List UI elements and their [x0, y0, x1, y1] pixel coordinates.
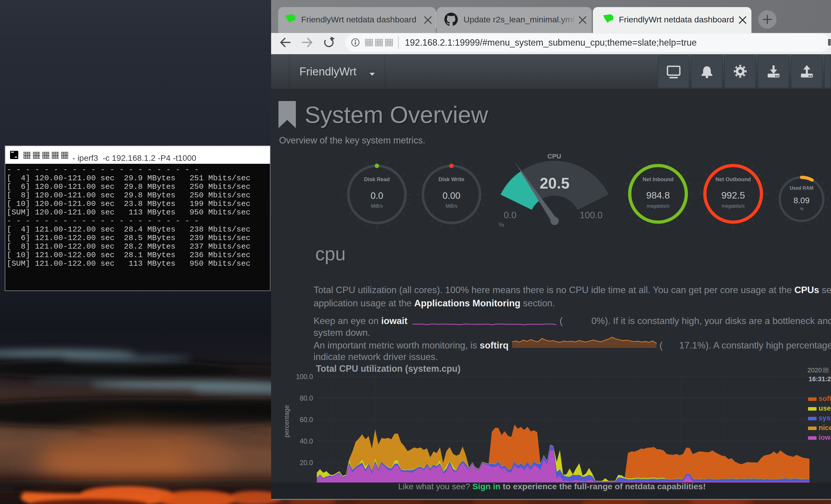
svg-text:100.0: 100.0 [580, 210, 603, 220]
svg-text:CPUs: CPUs [795, 285, 819, 295]
svg-text:[ 4] 121.00-122.00 sec 28.4: [ 4] 121.00-122.00 sec 28.4 MBytes 238 M… [7, 225, 251, 234]
svg-text:8.09: 8.09 [794, 196, 810, 205]
svg-text:Net Outbound: Net Outbound [715, 176, 751, 182]
svg-text:Applications Monitoring: Applications Monitoring [414, 298, 520, 308]
svg-text:FriendlyWrt netdata dashboard: FriendlyWrt netdata dashboard [619, 15, 734, 24]
svg-text:0.0: 0.0 [504, 210, 516, 220]
svg-text:iowait: iowait [819, 433, 831, 441]
svg-text:[ 6] 120.00-121.00 sec 29.8: [ 6] 120.00-121.00 sec 29.8 MBytes 250 M… [7, 182, 251, 191]
svg-text:application usage at the: application usage at the [314, 298, 414, 308]
svg-text:cpu: cpu [315, 243, 346, 265]
svg-text:20.0: 20.0 [300, 459, 313, 467]
svg-text:[ 4] 120.00-121.00 sec 29.9: [ 4] 120.00-121.00 sec 29.9 MBytes 251 M… [7, 174, 251, 183]
svg-text:System Overview: System Overview [305, 101, 488, 128]
svg-text:0.0: 0.0 [370, 190, 383, 201]
svg-text:softirq: softirq [819, 394, 831, 403]
svg-text:992.5: 992.5 [721, 190, 745, 201]
svg-text:984.8: 984.8 [646, 190, 670, 201]
svg-text:megabits/s: megabits/s [722, 204, 744, 209]
svg-text:system down.: system down. [314, 327, 370, 338]
svg-text:192.168.2.1:19999/#menu_system: 192.168.2.1:19999/#menu_system_submenu_c… [405, 37, 697, 48]
svg-text:[SUM] 121.00-122.00 sec 113: [SUM] 121.00-122.00 sec 113 MBytes 950 M… [7, 259, 251, 268]
svg-text:user: user [819, 404, 831, 412]
svg-text:section and per: section and per [819, 285, 831, 295]
svg-text:20.5: 20.5 [540, 175, 569, 192]
svg-text:softirq: softirq [480, 340, 509, 351]
svg-text:Disk Write: Disk Write [438, 176, 464, 182]
svg-text:Disk Read: Disk Read [364, 176, 390, 182]
svg-text:MiB/s: MiB/s [371, 204, 383, 209]
svg-text:Total CPU utilization (system.: Total CPU utilization (system.cpu) [316, 363, 461, 374]
svg-text:iowait: iowait [381, 316, 407, 326]
svg-text:17.1%). A constantly high perc: 17.1%). A constantly high percentage can [679, 340, 831, 351]
svg-text:Total CPU utilization (all cor: Total CPU utilization (all cores). 100% … [314, 285, 795, 295]
svg-text:Overview of the key system met: Overview of the key system metrics. [279, 135, 425, 146]
svg-text:percentage: percentage [283, 405, 290, 438]
svg-text:[ 10] 120.00-121.00 sec 23.8: [ 10] 120.00-121.00 sec 23.8 MBytes 199 … [7, 200, 251, 208]
svg-text:0.00: 0.00 [442, 190, 460, 201]
svg-text:60.0: 60.0 [300, 416, 313, 423]
svg-text:[ 6] 121.00-122.00 sec 28.5: [ 6] 121.00-122.00 sec 28.5 MBytes 239 M… [7, 234, 251, 242]
svg-text:2020: 2020 [807, 366, 822, 374]
svg-text:- iperf3 -c 192.168.1.2 -P4 -: - iperf3 -c 192.168.1.2 -P4 -t1000 [70, 153, 196, 162]
svg-text:FriendlyWrt netdata dashboard: FriendlyWrt netdata dashboard [301, 15, 417, 24]
svg-text:section.: section. [520, 298, 555, 308]
svg-text:[ 8] 121.00-122.00 sec 28.2: [ 8] 121.00-122.00 sec 28.2 MBytes 237 M… [7, 242, 251, 251]
svg-text:[ 10] 121.00-122.00 sec 28.1: [ 10] 121.00-122.00 sec 28.1 MBytes 236 … [7, 251, 251, 260]
svg-text:16:31:2: 16:31:2 [809, 375, 831, 383]
svg-text:MiB/s: MiB/s [446, 204, 457, 209]
svg-text:[SUM] 120.00-121.00 sec 113: [SUM] 120.00-121.00 sec 113 MBytes 950 M… [7, 208, 251, 217]
svg-text:Net Inbound: Net Inbound [643, 176, 674, 182]
svg-text:Like what you see?: Like what you see? [398, 482, 472, 491]
svg-text:system: system [819, 414, 831, 422]
svg-text:(: ( [659, 340, 663, 351]
svg-text:Used RAM: Used RAM [790, 185, 813, 190]
svg-text:80.0: 80.0 [300, 394, 313, 402]
svg-text:%: % [800, 207, 803, 211]
svg-text:CPU: CPU [547, 153, 561, 160]
svg-text:[ 8] 120.00-121.00 sec 29.8: [ 8] 120.00-121.00 sec 29.8 MBytes 250 M… [7, 191, 251, 200]
svg-text:100.0: 100.0 [296, 373, 313, 381]
svg-text:FriendlyWrt: FriendlyWrt [299, 65, 356, 78]
svg-text:%: % [498, 221, 504, 228]
svg-text:0%). If it is constantly high,: 0%). If it is constantly high, your disk… [592, 316, 831, 326]
svg-text:megabits/s: megabits/s [647, 204, 669, 209]
svg-text:to experience the full-range o: to experience the full-range of netdata … [500, 482, 706, 491]
svg-text:(: ( [560, 316, 563, 326]
svg-text:Keep an eye on: Keep an eye on [314, 316, 381, 326]
svg-text:An important metric worth moni: An important metric worth monitoring, is [314, 340, 480, 351]
svg-text:40.0: 40.0 [300, 438, 313, 445]
svg-text:- - - - - - - - - - - - - - -: - - - - - - - - - - - - - - - - - - - - … [7, 216, 199, 225]
svg-text:Sign in: Sign in [472, 482, 500, 491]
svg-text:- - - - - - - - - - - - - - -: - - - - - - - - - - - - - - - - - - - - … [7, 165, 199, 174]
svg-text:nice: nice [819, 423, 831, 432]
svg-text:indicate network driver issues: indicate network driver issues. [314, 351, 438, 362]
